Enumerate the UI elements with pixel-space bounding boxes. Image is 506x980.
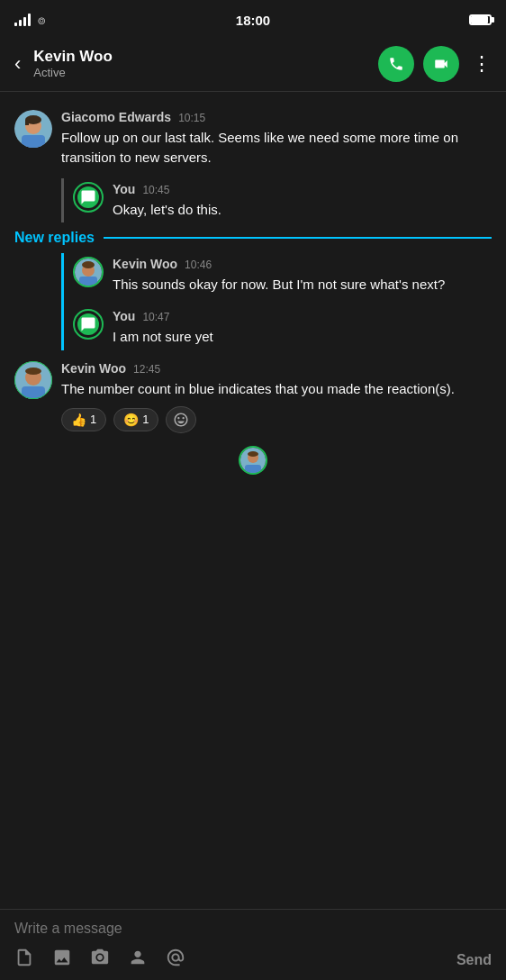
message-content-giacomo: Giacomo Edwards 10:15 Follow up on our l… xyxy=(61,110,492,168)
status-time: 18:00 xyxy=(236,13,270,28)
reply-item-you: You 10:45 Okay, let's do this. xyxy=(73,178,492,223)
message-group-giacomo: Giacomo Edwards 10:15 Follow up on our l… xyxy=(0,106,506,175)
mention-icon[interactable] xyxy=(166,948,185,973)
image-icon[interactable] xyxy=(52,948,72,973)
reply-text-you2: I am not sure yet xyxy=(113,327,492,347)
reply-time-you2: 10:47 xyxy=(142,311,169,323)
avatar-kevin-reply xyxy=(73,257,104,287)
add-reaction-icon xyxy=(173,412,189,428)
new-reply-you: You 10:47 I am not sure yet xyxy=(73,305,492,350)
message-group-kevin: Kevin Woo 12:45 The number count in blue… xyxy=(0,358,506,440)
input-toolbar: Send xyxy=(14,948,492,973)
input-area: Send xyxy=(0,909,506,980)
signal-icon xyxy=(14,14,31,26)
thread-container: You 10:45 Okay, let's do this. xyxy=(61,178,492,223)
new-thread-container: Kevin Woo 10:46 This sounds okay for now… xyxy=(61,253,492,350)
svg-rect-4 xyxy=(25,120,29,125)
reply-sender-you2: You xyxy=(113,309,135,323)
reply-sender-kevin: Kevin Woo xyxy=(113,257,177,271)
more-options-button[interactable]: ⋮ xyxy=(468,49,495,79)
avatar-you-2 xyxy=(73,309,104,340)
wifi-icon: ⌾ xyxy=(38,13,45,27)
contact-icon[interactable] xyxy=(128,948,148,973)
message-content-kevin: Kevin Woo 12:45 The number count in blue… xyxy=(61,361,492,433)
smile-emoji: 😊 xyxy=(123,413,139,427)
reaction-thumbs-up[interactable]: 👍 1 xyxy=(61,408,106,431)
new-reply-kevin: Kevin Woo 10:46 This sounds okay for now… xyxy=(73,253,492,298)
call-button[interactable] xyxy=(378,46,414,82)
svg-point-17 xyxy=(248,451,258,457)
new-replies-divider: New replies xyxy=(14,230,492,246)
new-replies-label: New replies xyxy=(14,230,95,246)
header-actions: ⋮ xyxy=(378,46,495,82)
reactions-area: 👍 1 😊 1 xyxy=(61,406,492,433)
input-icons xyxy=(14,948,185,973)
smile-count: 1 xyxy=(142,413,149,426)
sender-kevin: Kevin Woo xyxy=(61,361,126,376)
svg-point-12 xyxy=(25,368,41,375)
video-icon xyxy=(433,56,449,72)
reply-content: You 10:45 Okay, let's do this. xyxy=(113,182,492,220)
svg-rect-15 xyxy=(245,465,261,473)
messages-area: Giacomo Edwards 10:15 Follow up on our l… xyxy=(0,92,506,909)
message-time: 10:15 xyxy=(178,112,205,124)
reply-sender: You xyxy=(113,182,135,196)
thumbs-up-count: 1 xyxy=(90,413,96,426)
back-button[interactable]: ‹ xyxy=(11,49,24,79)
send-button[interactable]: Send xyxy=(456,952,492,968)
contact-info: Kevin Woo Active xyxy=(33,48,369,79)
message-input[interactable] xyxy=(14,921,492,937)
message-text: Follow up on our last talk. Seems like w… xyxy=(61,128,492,168)
svg-rect-1 xyxy=(22,135,45,148)
new-replies-line xyxy=(104,237,492,239)
video-call-button[interactable] xyxy=(423,46,459,82)
time-kevin: 12:45 xyxy=(133,363,160,376)
avatar-kevin-main xyxy=(14,361,52,399)
chat-header: ‹ Kevin Woo Active ⋮ xyxy=(0,36,506,92)
add-reaction-button[interactable] xyxy=(166,406,196,433)
svg-rect-6 xyxy=(79,277,97,286)
reaction-smile[interactable]: 😊 1 xyxy=(113,408,158,431)
reply-text: Okay, let's do this. xyxy=(113,200,492,220)
avatar-you xyxy=(73,182,104,213)
message-text-kevin: The number count in blue indicates that … xyxy=(61,379,492,399)
svg-point-8 xyxy=(82,261,95,268)
contact-status: Active xyxy=(33,66,369,79)
thumbs-up-emoji: 👍 xyxy=(71,413,86,427)
phone-icon xyxy=(388,56,404,72)
reply-time: 10:45 xyxy=(142,184,169,196)
contact-name: Kevin Woo xyxy=(33,48,369,66)
reply-text-kevin: This sounds okay for now. But I'm not su… xyxy=(113,275,492,295)
signal-area: ⌾ xyxy=(14,13,45,27)
avatar-giacomo xyxy=(14,110,52,148)
file-icon[interactable] xyxy=(14,948,34,973)
seen-avatar-kevin xyxy=(239,446,267,475)
sender-name: Giacomo Edwards xyxy=(61,110,171,124)
battery-icon xyxy=(469,14,492,25)
status-bar: ⌾ 18:00 xyxy=(0,0,506,36)
seen-avatars xyxy=(0,446,506,475)
camera-icon[interactable] xyxy=(90,948,110,973)
reply-time-kevin: 10:46 xyxy=(185,259,212,271)
